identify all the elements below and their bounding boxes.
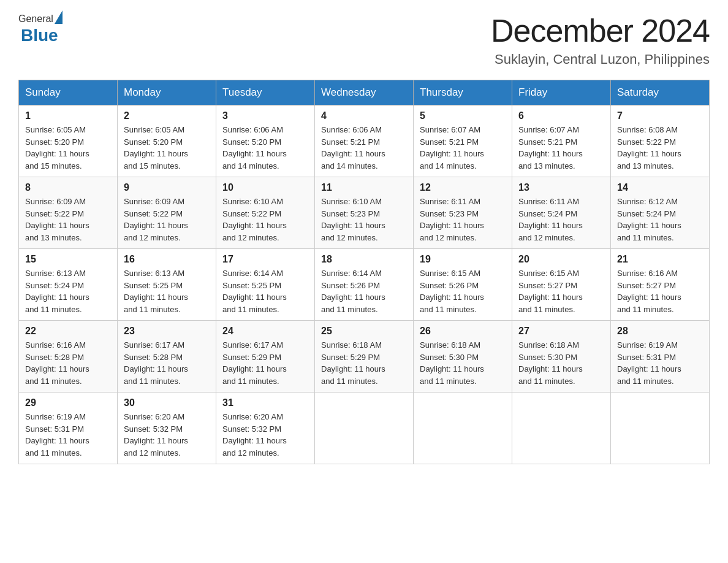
calendar-cell: 22 Sunrise: 6:16 AM Sunset: 5:28 PM Dayl…: [19, 321, 118, 393]
day-number: 29: [25, 397, 111, 408]
day-info: Sunrise: 6:18 AM Sunset: 5:30 PM Dayligh…: [518, 339, 604, 387]
day-header-wednesday: Wednesday: [315, 80, 414, 105]
day-info: Sunrise: 6:11 AM Sunset: 5:23 PM Dayligh…: [420, 196, 506, 243]
day-header-thursday: Thursday: [414, 80, 512, 105]
week-row-5: 29 Sunrise: 6:19 AM Sunset: 5:31 PM Dayl…: [19, 393, 710, 464]
day-number: 12: [420, 182, 506, 193]
day-info: Sunrise: 6:19 AM Sunset: 5:31 PM Dayligh…: [617, 339, 703, 387]
day-number: 30: [124, 397, 210, 408]
logo-blue-text: Blue: [21, 26, 58, 45]
day-info: Sunrise: 6:18 AM Sunset: 5:29 PM Dayligh…: [321, 339, 407, 387]
calendar-cell: 6 Sunrise: 6:07 AM Sunset: 5:21 PM Dayli…: [512, 105, 611, 177]
day-info: Sunrise: 6:06 AM Sunset: 5:21 PM Dayligh…: [321, 124, 407, 172]
day-info: Sunrise: 6:17 AM Sunset: 5:28 PM Dayligh…: [124, 339, 210, 387]
calendar-cell: 29 Sunrise: 6:19 AM Sunset: 5:31 PM Dayl…: [19, 393, 118, 464]
day-info: Sunrise: 6:05 AM Sunset: 5:20 PM Dayligh…: [124, 124, 210, 172]
calendar-cell: 5 Sunrise: 6:07 AM Sunset: 5:21 PM Dayli…: [414, 105, 512, 177]
day-number: 31: [222, 397, 308, 408]
calendar-cell: 14 Sunrise: 6:12 AM Sunset: 5:24 PM Dayl…: [611, 177, 710, 249]
logo-triangle-icon: [55, 10, 63, 24]
calendar-cell: 18 Sunrise: 6:14 AM Sunset: 5:26 PM Dayl…: [315, 249, 414, 321]
day-info: Sunrise: 6:19 AM Sunset: 5:31 PM Dayligh…: [25, 411, 111, 459]
calendar-cell: 7 Sunrise: 6:08 AM Sunset: 5:22 PM Dayli…: [611, 105, 710, 177]
day-number: 14: [617, 182, 703, 193]
day-number: 1: [25, 110, 111, 121]
calendar-cell: [414, 393, 512, 464]
calendar-cell: 10 Sunrise: 6:10 AM Sunset: 5:22 PM Dayl…: [216, 177, 315, 249]
calendar-cell: 21 Sunrise: 6:16 AM Sunset: 5:27 PM Dayl…: [611, 249, 710, 321]
calendar-cell: [315, 393, 414, 464]
day-info: Sunrise: 6:17 AM Sunset: 5:29 PM Dayligh…: [222, 339, 308, 387]
calendar-cell: 23 Sunrise: 6:17 AM Sunset: 5:28 PM Dayl…: [118, 321, 216, 393]
day-number: 13: [518, 182, 604, 193]
day-info: Sunrise: 6:09 AM Sunset: 5:22 PM Dayligh…: [25, 196, 111, 243]
day-number: 10: [222, 182, 308, 193]
calendar-cell: 26 Sunrise: 6:18 AM Sunset: 5:30 PM Dayl…: [414, 321, 512, 393]
day-number: 9: [124, 182, 210, 193]
calendar-cell: 8 Sunrise: 6:09 AM Sunset: 5:22 PM Dayli…: [19, 177, 118, 249]
calendar-cell: 27 Sunrise: 6:18 AM Sunset: 5:30 PM Dayl…: [512, 321, 611, 393]
calendar-cell: 13 Sunrise: 6:11 AM Sunset: 5:24 PM Dayl…: [512, 177, 611, 249]
day-number: 6: [518, 110, 604, 121]
day-number: 19: [420, 254, 506, 265]
day-number: 7: [617, 110, 703, 121]
day-info: Sunrise: 6:14 AM Sunset: 5:25 PM Dayligh…: [222, 267, 308, 315]
calendar-table: SundayMondayTuesdayWednesdayThursdayFrid…: [18, 80, 710, 464]
calendar-cell: 9 Sunrise: 6:09 AM Sunset: 5:22 PM Dayli…: [118, 177, 216, 249]
calendar-cell: 12 Sunrise: 6:11 AM Sunset: 5:23 PM Dayl…: [414, 177, 512, 249]
title-area: December 2024 Suklayin, Central Luzon, P…: [491, 12, 710, 67]
day-info: Sunrise: 6:12 AM Sunset: 5:24 PM Dayligh…: [617, 196, 703, 243]
day-info: Sunrise: 6:09 AM Sunset: 5:22 PM Dayligh…: [124, 196, 210, 243]
day-info: Sunrise: 6:07 AM Sunset: 5:21 PM Dayligh…: [420, 124, 506, 172]
day-info: Sunrise: 6:20 AM Sunset: 5:32 PM Dayligh…: [222, 411, 308, 459]
day-number: 20: [518, 254, 604, 265]
logo-general-text: General: [18, 13, 53, 25]
day-header-saturday: Saturday: [611, 80, 710, 105]
day-info: Sunrise: 6:14 AM Sunset: 5:26 PM Dayligh…: [321, 267, 407, 315]
day-info: Sunrise: 6:15 AM Sunset: 5:26 PM Dayligh…: [420, 267, 506, 315]
days-header-row: SundayMondayTuesdayWednesdayThursdayFrid…: [19, 80, 710, 105]
week-row-4: 22 Sunrise: 6:16 AM Sunset: 5:28 PM Dayl…: [19, 321, 710, 393]
calendar-cell: [512, 393, 611, 464]
day-info: Sunrise: 6:20 AM Sunset: 5:32 PM Dayligh…: [124, 411, 210, 459]
calendar-cell: 4 Sunrise: 6:06 AM Sunset: 5:21 PM Dayli…: [315, 105, 414, 177]
week-row-1: 1 Sunrise: 6:05 AM Sunset: 5:20 PM Dayli…: [19, 105, 710, 177]
day-number: 15: [25, 254, 111, 265]
day-number: 23: [124, 326, 210, 337]
day-info: Sunrise: 6:11 AM Sunset: 5:24 PM Dayligh…: [518, 196, 604, 243]
day-info: Sunrise: 6:13 AM Sunset: 5:25 PM Dayligh…: [124, 267, 210, 315]
day-number: 17: [222, 254, 308, 265]
day-number: 3: [222, 110, 308, 121]
day-number: 4: [321, 110, 407, 121]
day-info: Sunrise: 6:10 AM Sunset: 5:22 PM Dayligh…: [222, 196, 308, 243]
month-title: December 2024: [491, 12, 710, 49]
day-number: 26: [420, 326, 506, 337]
location-title: Suklayin, Central Luzon, Philippines: [491, 52, 710, 67]
day-number: 5: [420, 110, 506, 121]
day-number: 25: [321, 326, 407, 337]
day-info: Sunrise: 6:10 AM Sunset: 5:23 PM Dayligh…: [321, 196, 407, 243]
calendar-cell: 2 Sunrise: 6:05 AM Sunset: 5:20 PM Dayli…: [118, 105, 216, 177]
day-number: 11: [321, 182, 407, 193]
day-header-monday: Monday: [118, 80, 216, 105]
day-number: 28: [617, 326, 703, 337]
calendar-cell: 28 Sunrise: 6:19 AM Sunset: 5:31 PM Dayl…: [611, 321, 710, 393]
day-info: Sunrise: 6:16 AM Sunset: 5:28 PM Dayligh…: [25, 339, 111, 387]
day-header-sunday: Sunday: [19, 80, 118, 105]
page-header: General Blue December 2024 Suklayin, Cen…: [18, 12, 710, 67]
calendar-cell: 1 Sunrise: 6:05 AM Sunset: 5:20 PM Dayli…: [19, 105, 118, 177]
day-number: 24: [222, 326, 308, 337]
calendar-cell: 30 Sunrise: 6:20 AM Sunset: 5:32 PM Dayl…: [118, 393, 216, 464]
day-info: Sunrise: 6:06 AM Sunset: 5:20 PM Dayligh…: [222, 124, 308, 172]
day-number: 22: [25, 326, 111, 337]
calendar-cell: 11 Sunrise: 6:10 AM Sunset: 5:23 PM Dayl…: [315, 177, 414, 249]
calendar-cell: 19 Sunrise: 6:15 AM Sunset: 5:26 PM Dayl…: [414, 249, 512, 321]
day-number: 18: [321, 254, 407, 265]
day-info: Sunrise: 6:05 AM Sunset: 5:20 PM Dayligh…: [25, 124, 111, 172]
day-header-tuesday: Tuesday: [216, 80, 315, 105]
logo: General Blue: [18, 12, 63, 45]
day-number: 16: [124, 254, 210, 265]
week-row-2: 8 Sunrise: 6:09 AM Sunset: 5:22 PM Dayli…: [19, 177, 710, 249]
calendar-cell: 31 Sunrise: 6:20 AM Sunset: 5:32 PM Dayl…: [216, 393, 315, 464]
day-info: Sunrise: 6:16 AM Sunset: 5:27 PM Dayligh…: [617, 267, 703, 315]
